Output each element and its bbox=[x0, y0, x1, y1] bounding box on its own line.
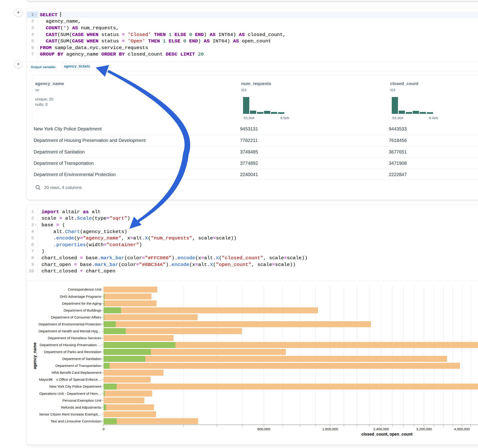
svg-text:Operations Unit - Department o: Operations Unit - Department of Hom… bbox=[39, 392, 101, 395]
svg-text:Department for the Aging: Department for the Aging bbox=[62, 301, 101, 305]
svg-text:Department of Environmental Pr: Department of Environmental Protection bbox=[38, 322, 101, 326]
svg-text:2,400,000: 2,400,000 bbox=[373, 427, 389, 431]
svg-text:Department of Transportation: Department of Transportation bbox=[55, 364, 101, 367]
svg-text:0: 0 bbox=[103, 427, 105, 431]
svg-text:1,600,000: 1,600,000 bbox=[322, 427, 338, 431]
svg-text:DHS Advantage Programs: DHS Advantage Programs bbox=[60, 294, 101, 299]
svg-text:agency_name: agency_name bbox=[32, 342, 37, 369]
svg-text:Department of Health and Menta: Department of Health and Mental Hyg… bbox=[38, 329, 101, 333]
svg-text:4,000,000: 4,000,000 bbox=[454, 427, 470, 431]
svg-text:Department of Housing Preserva: Department of Housing Preservation … bbox=[40, 343, 101, 347]
svg-text:Personal Exemption Unit: Personal Exemption Unit bbox=[63, 398, 101, 402]
svg-text:Department of Buildings: Department of Buildings bbox=[64, 308, 101, 312]
svg-text:Taxi and Limousine Commission: Taxi and Limousine Commission bbox=[51, 419, 101, 423]
svg-text:HRA Benefit Card Replacement: HRA Benefit Card Replacement bbox=[52, 371, 101, 374]
svg-text:New York City Police Departmen: New York City Police Department bbox=[49, 384, 101, 388]
svg-text:Department of Homeless Service: Department of Homeless Services bbox=[48, 336, 101, 340]
svg-text:800,000: 800,000 bbox=[257, 427, 270, 431]
svg-text:Refunds and Adjustments: Refunds and Adjustments bbox=[61, 405, 101, 409]
svg-text:3,200,000: 3,200,000 bbox=[416, 427, 432, 431]
svg-text:Department of Parks and Recrea: Department of Parks and Recreation bbox=[44, 350, 101, 354]
svg-text:Department of Sanitation: Department of Sanitation bbox=[62, 357, 101, 361]
svg-text:Correspondence Unit: Correspondence Unit bbox=[68, 287, 101, 291]
svg-text:Senior Citizen Rent Increase E: Senior Citizen Rent Increase Exempti… bbox=[39, 412, 101, 416]
svg-text:Department of Consumer Affairs: Department of Consumer Affairs bbox=[51, 315, 101, 319]
svg-text:Mayorâ€ s Office of Special En: Mayorâ€ s Office of Special Enforce… bbox=[39, 378, 101, 381]
svg-text:closed_count, open_count: closed_count, open_count bbox=[361, 432, 413, 436]
